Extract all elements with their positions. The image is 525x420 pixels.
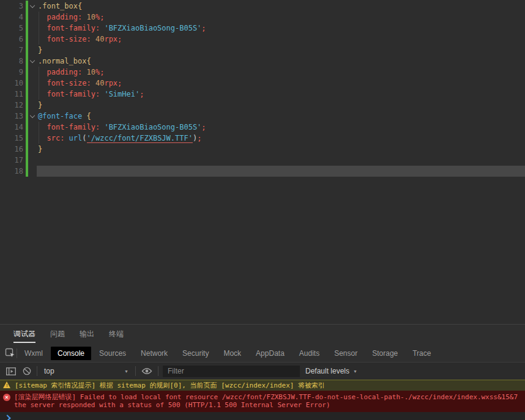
eye-icon [141,367,152,375]
panel-tab-terminal[interactable]: 终端 [109,324,124,345]
devtools-tab-mock[interactable]: Mock [217,347,248,360]
indent-guide [39,78,39,89]
clear-console-button[interactable] [21,366,32,377]
code-token: %; [95,13,104,21]
fold-chevron-icon[interactable] [28,1,37,12]
line-number[interactable]: 16 [0,144,23,155]
code-token: rpx; [104,35,122,43]
indent-guide [39,133,39,144]
code-line[interactable]: 18 [0,166,525,177]
console-toolbar: top ▼ Default levels ▼ [0,363,525,380]
devtools-tab-storage[interactable]: Storage [365,347,404,360]
line-number[interactable]: 9 [0,67,23,78]
error-icon: × [3,394,10,401]
line-number[interactable]: 7 [0,45,23,56]
panel-tab-problems[interactable]: 问题 [50,324,65,345]
line-number[interactable]: 14 [0,122,23,133]
fold-gutter [28,155,37,166]
code-token: %; [95,68,104,76]
log-level-dropdown[interactable]: Default levels ▼ [304,367,357,375]
code-line[interactable]: 9 padding: 10%; [0,67,525,78]
panel-tab-output[interactable]: 输出 [80,324,94,345]
devtools-tab-sensor[interactable]: Sensor [327,347,364,360]
code-token: font-family [47,24,95,32]
line-number[interactable]: 5 [0,23,23,34]
line-number[interactable]: 10 [0,78,23,89]
inspect-element-button[interactable] [4,347,17,359]
console-warning-message: ! [sitemap 索引情况提示] 根据 sitemap 的规则[0], 当前… [0,380,525,391]
line-number[interactable]: 6 [0,34,23,45]
context-selector-dropdown[interactable]: top ▼ [42,366,131,377]
devtools-tab-sources[interactable]: Sources [92,347,133,360]
warning-icon: ! [3,381,11,388]
fold-gutter [28,133,37,144]
line-number[interactable]: 17 [0,155,23,166]
warning-text: [sitemap 索引情况提示] 根据 sitemap 的规则[0], 当前页面… [15,381,325,389]
code-editor[interactable]: 3.font_box{4 padding: 10%;5 font-family:… [0,0,525,324]
line-number[interactable]: 8 [0,56,23,67]
chevron-down-icon: ▼ [124,369,128,374]
devtools-tab-network[interactable]: Network [134,347,174,360]
fold-chevron-icon[interactable] [28,56,37,67]
code-line[interactable]: 8.normal_box{ [0,56,525,67]
code-line[interactable]: 14 font-family: 'BFZXiaoBiaoSong-B05S'; [0,122,525,133]
code-line[interactable]: 11 font-family: 'SimHei'; [0,89,525,100]
error-text-line2: the server responded with a status of 50… [14,401,518,409]
code-token [91,79,95,87]
filter-input[interactable] [163,366,300,377]
devtools-tab-appdata[interactable]: AppData [249,347,291,360]
code-token: 40 [95,35,104,43]
devtools-tab-audits[interactable]: Audits [292,347,326,360]
fold-chevron-icon[interactable] [28,111,37,122]
console-sidebar-toggle-button[interactable] [5,366,17,377]
context-selector-value: top [44,367,54,375]
indent-guide [39,12,39,23]
code-line[interactable]: 12} [0,100,525,111]
code-text: } [37,45,42,56]
line-number[interactable]: 4 [0,12,23,23]
line-number[interactable]: 3 [0,1,23,12]
clear-console-icon [23,367,31,375]
code-line[interactable]: 4 padding: 10%; [0,12,525,23]
devtools-tab-trace[interactable]: Trace [406,347,438,360]
code-text: @font-face { [37,111,91,122]
console-prompt-icon [4,414,10,420]
indent-guide [39,67,39,78]
code-line[interactable]: 16} [0,144,525,155]
code-line[interactable]: 10 font-size: 40rpx; [0,78,525,89]
error-text: [渲染层网络层错误] Failed to load local font res… [14,393,518,409]
devtools-tab-wxml[interactable]: Wxml [18,347,50,360]
code-token: 10 [87,68,95,76]
line-number[interactable]: 11 [0,89,23,100]
console-error-message: × [渲染层网络层错误] Failed to load local font r… [0,391,525,412]
devtools-tab-console[interactable]: Console [51,347,91,360]
live-expression-button[interactable] [140,366,154,376]
code-token: 'BFZXiaoBiaoSong-B05S' [104,24,201,32]
code-line[interactable]: 3.font_box{ [0,1,525,12]
line-number[interactable]: 15 [0,133,23,144]
error-text-line1: [渲染层网络层错误] Failed to load local font res… [14,393,518,401]
code-token: font-size [47,79,86,87]
code-line[interactable]: 5 font-family: 'BFZXiaoBiaoSong-B05S'; [0,23,525,34]
divider [37,366,37,376]
code-line[interactable]: 6 font-size: 40rpx; [0,34,525,45]
line-number[interactable]: 18 [0,166,23,177]
code-text: } [37,144,42,155]
code-line[interactable]: 17 [0,155,525,166]
console-input[interactable] [0,412,525,420]
fold-gutter [28,100,37,111]
code-line[interactable]: 7} [0,45,525,56]
devtools-tab-security[interactable]: Security [176,347,215,360]
line-number[interactable]: 13 [0,111,23,122]
code-token [38,68,47,76]
code-line[interactable]: 15 src: url('/wzcc/font/FZXBSJW.TTF'); [0,133,525,144]
code-token: } [38,101,42,109]
code-token [38,24,47,32]
code-token: @font-face [38,112,82,120]
code-token: } [38,145,42,153]
line-number[interactable]: 12 [0,100,23,111]
code-token: : [86,79,91,87]
code-token: padding [47,13,78,21]
code-line[interactable]: 13@font-face { [0,111,525,122]
panel-tab-debugger[interactable]: 调试器 [13,324,35,345]
